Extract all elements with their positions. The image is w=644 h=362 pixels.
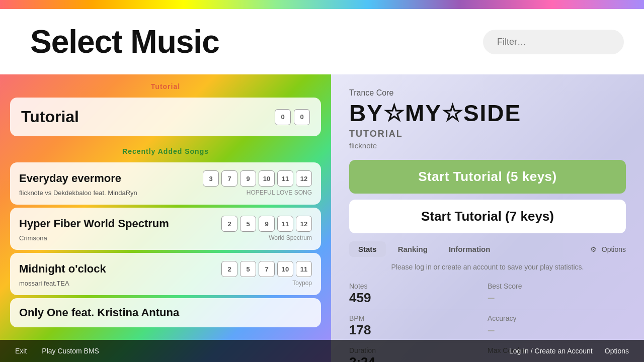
main-container: Tutorial Tutorial 0 0 Recently Added Son… — [0, 74, 644, 362]
bottom-bar: Exit Play Custom BMS Log In / Create an … — [0, 340, 644, 362]
song-genre: World Spectrum — [269, 234, 312, 242]
stat-bpm: BPM 178 — [349, 310, 488, 342]
options-button[interactable]: Options — [590, 245, 626, 253]
stat-best-score: Best Score – — [488, 278, 626, 310]
song-genre: HOPEFUL LOVE SONG — [247, 189, 312, 197]
song-detail-subtitle: TUTORIAL — [349, 129, 626, 139]
right-panel: Trance Core BY☆MY☆SIDE TUTORIAL flicknot… — [331, 74, 644, 362]
key-badge: 2 — [221, 216, 237, 232]
exit-button[interactable]: Exit — [15, 347, 27, 355]
key-badge: 12 — [296, 170, 312, 187]
list-item[interactable]: Everyday evermore 3 7 9 10 11 12 flickno… — [10, 162, 321, 205]
key-badge: 2 — [221, 261, 237, 277]
list-item[interactable]: Only One feat. Kristina Antuna — [10, 298, 321, 327]
stats-notice: Please log in or create an account to sa… — [349, 263, 626, 271]
best-score-label: Best Score — [488, 282, 626, 290]
notes-label: Notes — [349, 282, 488, 290]
song-title: Midnight o'clock — [19, 262, 106, 276]
list-item[interactable]: Hyper Fiber World Spectrum 2 5 9 11 12 C… — [10, 208, 321, 250]
song-row-bottom: mossari feat.TEA Toypop — [19, 280, 312, 287]
song-row-top: Everyday evermore 3 7 9 10 11 12 — [19, 170, 312, 187]
song-detail-genre: Trance Core — [349, 88, 626, 98]
page-title: Select Music — [30, 23, 219, 60]
key-badge: 5 — [240, 261, 256, 277]
song-keys: 3 7 9 10 11 12 — [203, 170, 312, 187]
key-badge: 7 — [259, 261, 275, 277]
key-badge: 11 — [277, 216, 293, 232]
play-custom-bms-button[interactable]: Play Custom BMS — [42, 347, 99, 355]
key-badge: 3 — [203, 170, 219, 187]
tab-stats[interactable]: Stats — [349, 241, 386, 257]
song-detail-composer: flicknote — [349, 141, 626, 150]
stat-accuracy: Accuracy – — [488, 310, 626, 342]
song-keys: 2 5 9 11 12 — [221, 216, 312, 232]
song-genre: Toypop — [292, 280, 312, 287]
key-badge: 7 — [221, 170, 237, 187]
key-badge: 11 — [277, 170, 293, 187]
recently-section-label: Recently Added Songs — [0, 139, 331, 159]
login-button[interactable]: Log In / Create an Account — [509, 347, 593, 355]
song-row-bottom: flicknote vs Dekdekbaloo feat. MindaRyn … — [19, 189, 312, 197]
gear-icon — [590, 245, 599, 253]
best-score-value: – — [488, 290, 626, 306]
start-5keys-button[interactable]: Start Tutorial (5 keys) — [349, 160, 626, 194]
key-badge-0a: 0 — [275, 109, 291, 125]
tab-information[interactable]: Information — [440, 241, 500, 257]
tutorial-keys: 0 0 — [275, 109, 310, 125]
tab-ranking[interactable]: Ranking — [389, 241, 437, 257]
notes-value: 459 — [349, 290, 488, 306]
bpm-value: 178 — [349, 322, 488, 338]
song-title: Hyper Fiber World Spectrum — [19, 217, 169, 230]
accuracy-value: – — [488, 322, 626, 338]
tutorial-section-label: Tutorial — [0, 74, 331, 95]
key-badge: 9 — [259, 216, 275, 232]
key-badge-0b: 0 — [294, 109, 310, 125]
song-artist: flicknote vs Dekdekbaloo feat. MindaRyn — [19, 189, 137, 197]
song-artist: mossari feat.TEA — [19, 280, 69, 287]
filter-input[interactable] — [483, 30, 624, 54]
key-badge: 10 — [259, 170, 275, 187]
song-row-top: Only One feat. Kristina Antuna — [19, 306, 312, 319]
list-item[interactable]: Midnight o'clock 2 5 7 10 11 mossari fea… — [10, 253, 321, 295]
song-row-top: Hyper Fiber World Spectrum 2 5 9 11 12 — [19, 216, 312, 232]
left-panel: Tutorial Tutorial 0 0 Recently Added Son… — [0, 74, 331, 362]
bottom-options-button[interactable]: Options — [605, 347, 629, 355]
song-artist: Crimsona — [19, 234, 47, 242]
bottom-bar-right: Log In / Create an Account Options — [509, 347, 629, 355]
tutorial-title: Tutorial — [21, 108, 79, 126]
rainbow-bar — [0, 0, 644, 9]
key-badge: 9 — [240, 170, 256, 187]
key-badge: 10 — [277, 261, 293, 277]
tutorial-card[interactable]: Tutorial 0 0 — [10, 98, 321, 136]
key-badge: 11 — [296, 261, 312, 277]
accuracy-label: Accuracy — [488, 314, 626, 322]
song-detail-title: BY☆MY☆SIDE — [349, 100, 626, 127]
start-7keys-button[interactable]: Start Tutorial (7 keys) — [349, 200, 626, 233]
bpm-label: BPM — [349, 314, 488, 322]
song-keys: 2 5 7 10 11 — [221, 261, 312, 277]
tabs-row: Stats Ranking Information Options — [349, 241, 626, 257]
song-row-top: Midnight o'clock 2 5 7 10 11 — [19, 261, 312, 277]
song-title: Everyday evermore — [19, 172, 121, 185]
key-badge: 12 — [296, 216, 312, 232]
song-row-bottom: Crimsona World Spectrum — [19, 234, 312, 242]
header: Select Music — [0, 9, 644, 74]
key-badge: 5 — [240, 216, 256, 232]
options-label: Options — [602, 245, 626, 253]
song-title: Only One feat. Kristina Antuna — [19, 306, 179, 319]
stat-notes: Notes 459 — [349, 278, 488, 310]
